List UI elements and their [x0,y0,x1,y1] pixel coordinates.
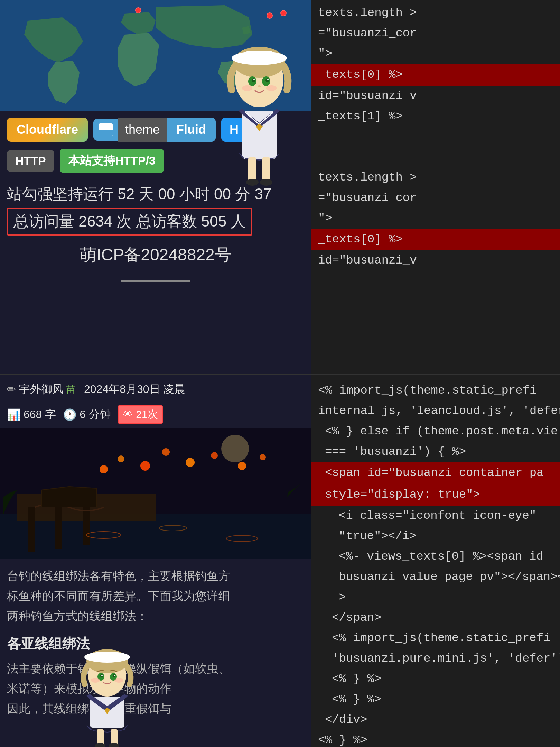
b-code-14: 'busuanzi.pure.mini.js', 'defer') %> [311,648,560,669]
seedling-icon: 苗 [66,383,76,396]
svg-rect-27 [55,507,62,549]
stats-container: 站勾强坚持运行 52 天 00 小时 00 分 37 总访问量 2634 次 总… [0,180,311,269]
fluid-theme-badge: theme Fluid [93,118,216,142]
b-code-1: <% import_js(theme.static_prefi [311,380,560,401]
cloudflare-badge: Cloudflare [7,118,88,142]
svg-point-30 [118,455,124,462]
b-code-15: <% } %> [311,669,560,689]
edit-icon: ✏ [7,383,16,396]
theme-label: theme [118,118,167,142]
svg-point-36 [260,454,266,460]
code-line-9: texts.length > [311,167,560,188]
svg-point-15 [258,85,261,87]
right-code-panel: texts.length > ="busuanzi_cor "> _texts[… [311,0,560,374]
post-body: 法主要依赖于钓手通过操纵假饵（如软虫、米诺等）来模拟水生生物的动作因此，其线组绑… [7,659,304,719]
svg-point-56 [109,743,119,747]
bar-chart-icon: 📊 [7,408,21,421]
bottom-section: ✏ 宇外御风 苗 2024年8月30日 凌晨 📊 668 字 🕐 6 分钟 👁 … [0,375,560,747]
blog-panel: ✏ 宇外御风 苗 2024年8月30日 凌晨 📊 668 字 🕐 6 分钟 👁 … [0,375,311,747]
svg-rect-19 [262,157,270,182]
code-line-2: ="busuanzi_cor [311,23,560,44]
code-line-5: id="busuanzi_v [311,86,560,106]
b-code-18: <% } %> [311,730,560,747]
post-content: 台钓的线组绑法各有特色，主要根据钓鱼方标鱼种的不同而有所差异。下面我为您详细两种… [0,559,311,726]
code-line-8 [311,147,560,167]
svg-rect-26 [28,507,35,552]
code-line-3: "> [311,44,560,64]
icp-text: 萌ICP备20248822号 [7,244,304,266]
eye-icon: 👁 [123,408,133,420]
svg-rect-8 [245,51,273,60]
post-author: ✏ 宇外御风 苗 [7,382,76,397]
svg-point-11 [252,78,255,82]
read-time: 🕐 6 分钟 [63,407,111,422]
svg-rect-54 [111,729,118,745]
b-code-10: busuanzi_value_page_pv"></span><%- view [311,567,560,587]
fluid-icon [93,119,118,141]
svg-point-52 [114,678,123,683]
svg-point-3 [281,10,286,16]
svg-point-21 [260,179,272,186]
b-code-4: === 'busuanzi') { %> [311,442,560,462]
svg-point-29 [100,465,108,473]
svg-rect-44 [96,652,118,658]
svg-point-16 [242,85,252,91]
clock-icon: 🕐 [63,408,77,421]
code-line-6: _texts[1] %> [311,106,560,127]
svg-point-55 [95,743,105,747]
b-code-2: internal_js, 'leancloud.js', 'defer') % [311,401,560,421]
svg-point-17 [266,85,277,91]
code-line-10: ="busuanzi_cor [311,188,560,208]
svg-point-12 [265,78,269,82]
post-image [0,428,311,559]
word-count: 📊 668 字 [7,407,56,422]
svg-point-23 [221,435,249,462]
b-code-16: <% } %> [311,689,560,710]
code-highlight-1: _texts[0] %> [311,64,560,86]
b-code-7: <i class="iconfont icon-eye" [311,506,560,526]
svg-point-34 [211,452,218,459]
post-date: 2024年8月30日 凌晨 [84,382,185,397]
b-code-highlight-1: <span id="busuanzi_container_pa [311,462,560,484]
section-heading: 各亚线组绑法 [7,634,304,653]
post-meta: ✏ 宇外御风 苗 2024年8月30日 凌晨 📊 668 字 🕐 6 分钟 👁 … [0,375,311,428]
b-code-9: <%- views_texts[0] %><span id [311,546,560,567]
svg-rect-53 [97,729,104,745]
b-code-12: </span> [311,608,560,628]
svg-point-2 [267,13,272,18]
svg-point-1 [136,8,141,13]
post-intro: 台钓的线组绑法各有特色，主要根据钓鱼方标鱼种的不同而有所差异。下面我为您详细两种… [7,566,304,626]
svg-point-14 [267,79,269,80]
views-badge: 👁 21次 [118,405,163,424]
code-line-1: texts.length > [311,3,560,23]
post-stats: 📊 668 字 🕐 6 分钟 👁 21次 [7,405,163,424]
b-code-17: </div> [311,710,560,730]
fluid-icon-inner [99,123,113,136]
svg-point-50 [114,675,115,676]
visits-row: 总访问量 2634 次 总访客数 505 人 [7,208,252,236]
visits-text: 总访问量 2634 次 总访客数 505 人 [13,211,246,232]
svg-rect-18 [248,157,256,182]
bottom-code-panel: <% import_js(theme.static_prefi internal… [311,375,560,747]
left-panel: Cloudflare theme Fluid H HTTP 本站支持HTTP/3… [0,0,311,374]
anime-character-top [207,35,311,190]
svg-point-49 [101,675,103,676]
svg-point-51 [91,678,100,683]
code-line-11: "> [311,208,560,229]
svg-point-32 [162,448,170,456]
b-code-13: <% import_js(theme.static_prefi [311,628,560,648]
code-highlight-2: _texts[0] %> [311,229,560,250]
svg-point-31 [140,461,150,471]
http3-badge: 本站支持HTTP/3 [60,149,164,173]
svg-point-20 [246,179,259,186]
http-badge: HTTP [7,150,54,172]
b-code-11: > [311,587,560,608]
svg-rect-28 [83,507,90,545]
svg-point-35 [238,462,246,470]
svg-point-13 [253,79,255,80]
anime-character-bottom [62,645,152,747]
code-line-7 [311,127,560,147]
scroll-indicator [121,280,190,282]
b-code-highlight-2: style="display: true"> [311,484,560,506]
b-code-3: <% } else if (theme.post.meta.vie [311,421,560,442]
